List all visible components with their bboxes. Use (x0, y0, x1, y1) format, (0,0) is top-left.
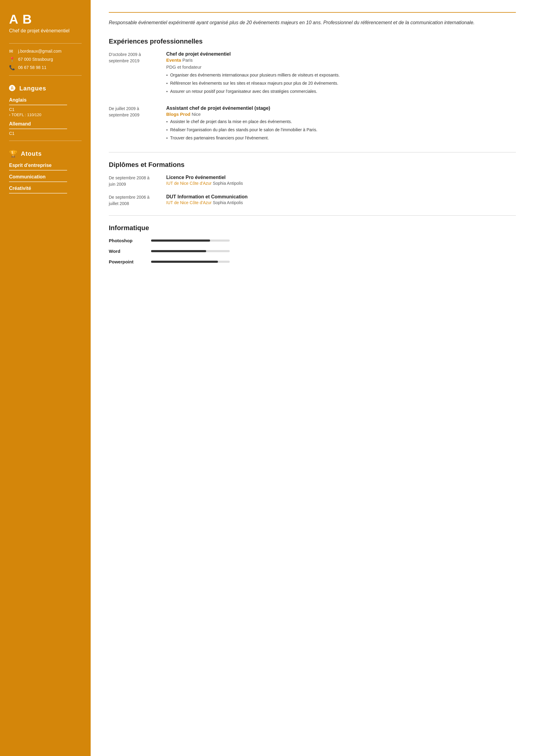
exp-2-company: Blogs Prod Nice (166, 112, 516, 117)
exp-2-bullet-3: Trouver des partenaires financiers pour … (166, 135, 516, 141)
experience-2: De juillet 2009 à septembre 2009 Assista… (109, 106, 516, 143)
exp-1-company-name: Eventa (166, 57, 181, 63)
edu-2-school-name: IUT de Nice Côte d'Azur (166, 200, 212, 205)
exp-2-bullets: Assister le chef de projet dans la mise … (166, 119, 516, 141)
languages-header: 🅐 Langues (9, 85, 82, 93)
it-skill-3-label: Powerpoint (109, 259, 145, 264)
exp-1-job-title: Chef de projet événementiel (166, 51, 516, 57)
contact-email: j.bordeaux@gmail.com (18, 49, 61, 54)
it-skill-2: Word (109, 249, 516, 254)
exp-2-city-label: Nice (191, 112, 201, 117)
exp-2-bullet-2: Réaliser l'organisation du plan des stan… (166, 127, 516, 133)
email-icon: ✉ (9, 48, 15, 54)
skill-2-name: Communication (9, 174, 82, 180)
it-section-title: Informatique (109, 224, 516, 232)
contact-email-row: ✉ j.bordeaux@gmail.com (9, 48, 82, 54)
skills-header: 🏆 Atouts (9, 150, 82, 158)
edu-section-title: Diplômes et Formations (109, 161, 516, 169)
skill-1-divider (9, 170, 67, 171)
lang-1-divider (9, 105, 67, 105)
intro-paragraph: Responsable événementiel expérimenté aya… (109, 12, 516, 27)
it-skill-3-bar-fill (151, 261, 218, 263)
it-skill-2-label: Word (109, 249, 145, 254)
main-content: Responsable événementiel expérimenté aya… (91, 0, 534, 756)
it-skill-1-bar-bg (151, 239, 230, 242)
it-skill-1-label: Photoshop (109, 238, 145, 243)
rule-1 (109, 152, 516, 152)
lang-2-name: Allemand (9, 121, 82, 127)
edu-2-school: IUT de Nice Côte d'Azur Sophia Antipolis (166, 200, 516, 205)
languages-title: Langues (19, 85, 46, 92)
exp-1-bullet-3: Assurer un retour positif pour l'organis… (166, 88, 516, 94)
sidebar-name: A B (9, 12, 82, 27)
sidebar-job-title: Chef de projet évènementiel (9, 28, 82, 34)
edu-1-degree: Licence Pro événementiel (166, 175, 516, 180)
exp-2-bullet-1: Assister le chef de projet dans la mise … (166, 119, 516, 125)
edu-1-content: Licence Pro événementiel IUT de Nice Côt… (166, 175, 516, 187)
edu-1-school: IUT de Nice Côte d'Azur Sophia Antipolis (166, 181, 516, 186)
experience-1: D'octobre 2009 à septembre 2019 Chef de … (109, 51, 516, 96)
edu-1-school-name: IUT de Nice Côte d'Azur (166, 181, 212, 186)
rule-2 (109, 215, 516, 216)
exp-1-date: D'octobre 2009 à septembre 2019 (109, 51, 157, 96)
edu-2-degree: DUT Information et Communication (166, 194, 516, 200)
lang-1-name: Anglais (9, 97, 82, 103)
skill-3: Créativité (9, 186, 82, 194)
edu-2-city: Sophia Antipolis (213, 200, 243, 205)
exp-section-title: Expériences professionnelles (109, 38, 516, 45)
it-skills-section: Photoshop Word Powerpoint (109, 238, 516, 264)
skill-1-name: Esprit d'entreprise (9, 163, 82, 168)
exp-1-content: Chef de projet événementiel Eventa Paris… (166, 51, 516, 96)
edu-2-content: DUT Information et Communication IUT de … (166, 194, 516, 207)
skill-2: Communication (9, 174, 82, 182)
contact-address: 67 000 Strasbourg (18, 57, 53, 62)
exp-2-company-name: Blogs Prod (166, 112, 191, 117)
skill-3-divider (9, 193, 67, 194)
sidebar-divider-1 (9, 43, 82, 43)
languages-icon: 🅐 (9, 85, 16, 93)
sidebar-divider-2 (9, 75, 82, 76)
education-1: De septembre 2008 à juin 2009 Licence Pr… (109, 175, 516, 187)
exp-1-company: Eventa Paris (166, 57, 516, 63)
exp-1-city: Paris (182, 57, 192, 63)
language-2: Allemand C1 (9, 121, 82, 136)
exp-1-subtitle: PDG et fondateur (166, 65, 516, 69)
it-skill-3-bar-bg (151, 261, 230, 263)
edu-1-city: Sophia Antipolis (213, 181, 243, 186)
it-skill-1: Photoshop (109, 238, 516, 243)
exp-2-job-title: Assistant chef de projet événementiel (s… (166, 106, 516, 111)
edu-1-date: De septembre 2008 à juin 2009 (109, 175, 157, 187)
contact-phone: 06 67 58 98 11 (18, 65, 46, 70)
phone-icon: 📞 (9, 65, 15, 70)
it-skill-2-bar-bg (151, 250, 230, 252)
sidebar: A B Chef de projet évènementiel ✉ j.bord… (0, 0, 91, 756)
sidebar-divider-3 (9, 141, 82, 141)
contact-address-row: 📍 67 000 Strasbourg (9, 57, 82, 62)
lang-1-extra: › TOEFL : 110/120 (9, 113, 82, 117)
skills-title: Atouts (21, 150, 42, 157)
skill-2-divider (9, 181, 67, 182)
lang-2-level: C1 (9, 131, 82, 136)
contact-phone-row: 📞 06 67 58 98 11 (9, 65, 82, 70)
exp-2-content: Assistant chef de projet événementiel (s… (166, 106, 516, 143)
skill-1: Esprit d'entreprise (9, 163, 82, 171)
lang-1-level: C1 (9, 107, 82, 112)
education-2: De septembre 2006 à juillet 2008 DUT Inf… (109, 194, 516, 207)
language-1: Anglais C1 › TOEFL : 110/120 (9, 97, 82, 117)
exp-1-bullet-2: Référencer les événements sur les sites … (166, 80, 516, 87)
exp-1-bullet-1: Organiser des événements internationaux … (166, 72, 516, 78)
it-skill-2-bar-fill (151, 250, 206, 252)
edu-2-date: De septembre 2006 à juillet 2008 (109, 194, 157, 207)
it-skill-1-bar-fill (151, 239, 210, 242)
lang-2-divider (9, 128, 67, 129)
skill-3-name: Créativité (9, 186, 82, 191)
exp-2-date: De juillet 2009 à septembre 2009 (109, 106, 157, 143)
exp-1-bullets: Organiser des événements internationaux … (166, 72, 516, 94)
skills-icon: 🏆 (9, 150, 17, 158)
location-icon: 📍 (9, 57, 15, 62)
it-skill-3: Powerpoint (109, 259, 516, 264)
